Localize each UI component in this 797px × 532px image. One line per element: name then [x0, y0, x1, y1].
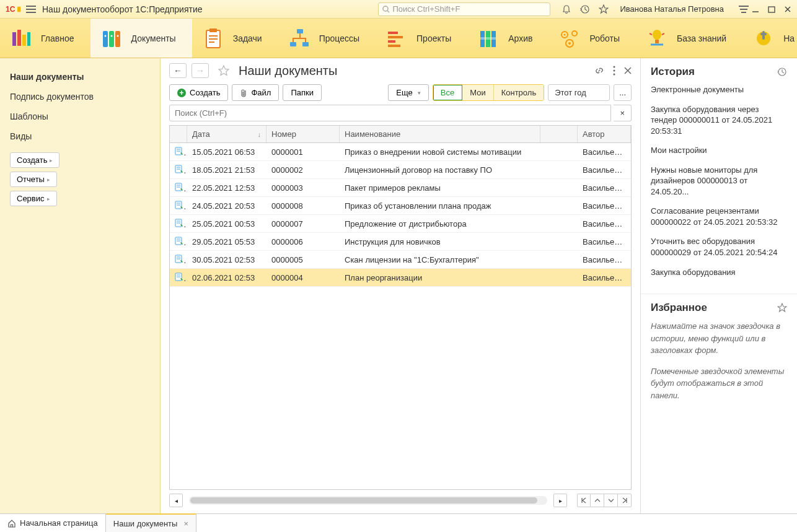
- cell-author: Васильев А: [578, 183, 631, 193]
- tab-current[interactable]: Наши документы ×: [106, 513, 196, 532]
- table-row[interactable]: 24.05.2021 20:530000008Приказ об установ…: [170, 197, 631, 215]
- history-item[interactable]: Электронные документы: [651, 84, 787, 95]
- period-dialog-button[interactable]: ...: [614, 84, 632, 101]
- history-item[interactable]: Закупка оборудования через тендер 000000…: [651, 104, 787, 137]
- tab-close-icon[interactable]: ×: [183, 519, 188, 528]
- tab-home-label: Начальная страница: [20, 518, 98, 528]
- settings-lines-icon[interactable]: [739, 5, 749, 14]
- history-item[interactable]: Согласование рецензентами 000000022 от 2…: [651, 206, 787, 227]
- favorite-star-icon[interactable]: [218, 64, 230, 77]
- scroll-left-button[interactable]: ◂: [169, 494, 183, 507]
- search-clear-button[interactable]: ×: [614, 105, 632, 121]
- ribbon-tab[interactable]: Задачи: [192, 19, 278, 58]
- ribbon-tab[interactable]: Документы: [90, 19, 192, 58]
- ribbon-tab[interactable]: Архив: [467, 19, 548, 58]
- filter-all-button[interactable]: Все: [433, 85, 462, 100]
- history-clock-icon[interactable]: [777, 67, 787, 77]
- history-icon[interactable]: [580, 4, 590, 14]
- sidebar-create-button[interactable]: Создать: [10, 152, 59, 168]
- global-search-input[interactable]: Поиск Ctrl+Shift+F: [378, 2, 550, 16]
- table-row[interactable]: 22.05.2021 12:530000003Пакет примеров ре…: [170, 179, 631, 197]
- table-header: Дата Номер Наименование Автор: [170, 126, 631, 143]
- user-name[interactable]: Иванова Наталья Петровна: [620, 4, 724, 14]
- sidebar-nav-item[interactable]: Наши документы: [10, 67, 150, 87]
- table-row[interactable]: 30.05.2021 02:530000005Скан лицензии на …: [170, 251, 631, 269]
- ribbon-tab-label: На: [783, 33, 795, 43]
- table-row[interactable]: 18.05.2021 21:530000002Лицензионный дого…: [170, 161, 631, 179]
- sidebar-reports-button[interactable]: Отчеты: [10, 172, 57, 187]
- window-close-icon[interactable]: [783, 5, 792, 14]
- history-item[interactable]: Мои настройки: [651, 145, 787, 156]
- svg-point-5: [383, 6, 388, 11]
- column-author[interactable]: Автор: [578, 126, 631, 142]
- history-item[interactable]: Нужны новые мониторы для дизайнеров 0000…: [651, 165, 787, 198]
- history-panel: История Электронные документыЗакупка обо…: [641, 58, 797, 294]
- cell-name: Пакет примеров рекламы: [340, 183, 540, 193]
- cell-number: 0000001: [266, 147, 340, 157]
- window-maximize-icon[interactable]: [767, 5, 776, 14]
- svg-point-42: [564, 33, 566, 35]
- ribbon-tab[interactable]: Процессы: [278, 19, 376, 58]
- sidebar-service-button[interactable]: Сервис: [10, 191, 57, 206]
- create-button[interactable]: +Создать: [169, 84, 228, 101]
- period-selector[interactable]: Этот год: [548, 84, 610, 101]
- horizontal-scrollbar[interactable]: [189, 496, 547, 505]
- sidebar-nav-item[interactable]: Подпись документов: [10, 87, 150, 107]
- folders-button[interactable]: Папки: [283, 84, 322, 101]
- svg-rect-32: [302, 42, 309, 46]
- table-row[interactable]: 25.05.2021 00:530000007Предложение от ди…: [170, 215, 631, 233]
- favorites-star-icon[interactable]: [777, 303, 787, 313]
- ribbon-tab[interactable]: Роботы: [548, 19, 635, 58]
- ribbon-tab[interactable]: Проекты: [376, 19, 467, 58]
- star-icon[interactable]: [599, 4, 609, 14]
- local-search-input[interactable]: [169, 105, 611, 121]
- filter-segment: Все Мои Контроль: [433, 84, 544, 101]
- table-down-button[interactable]: [604, 494, 618, 507]
- svg-rect-47: [655, 40, 659, 43]
- table-row[interactable]: 02.06.2021 02:530000004План реорганизаци…: [170, 269, 631, 287]
- cell-name: Приказ о внедрении новой системы мотивац…: [340, 147, 540, 157]
- table-row[interactable]: 15.05.2021 06:530000001Приказ о внедрени…: [170, 143, 631, 161]
- column-name[interactable]: Наименование: [340, 126, 540, 142]
- global-search-placeholder: Поиск Ctrl+Shift+F: [392, 4, 460, 14]
- table-up-button[interactable]: [591, 494, 604, 507]
- column-number[interactable]: Номер: [266, 126, 340, 142]
- more-button[interactable]: Еще▾: [388, 84, 428, 101]
- table-row[interactable]: 29.05.2021 05:530000006Инструкция для но…: [170, 233, 631, 251]
- svg-rect-40: [480, 37, 496, 40]
- window-minimize-icon[interactable]: [751, 5, 760, 14]
- link-icon[interactable]: [594, 66, 604, 76]
- more-vertical-icon[interactable]: [613, 66, 615, 76]
- column-icon[interactable]: [170, 126, 187, 142]
- nav-forward-button[interactable]: →: [192, 63, 209, 78]
- nav-back-button[interactable]: ←: [169, 63, 187, 78]
- document-icon: [175, 183, 183, 191]
- document-icon: [175, 201, 183, 209]
- svg-rect-21: [115, 31, 120, 47]
- close-panel-icon[interactable]: [624, 67, 632, 74]
- sidebar-nav-item[interactable]: Виды: [10, 126, 150, 146]
- tab-home[interactable]: Начальная страница: [0, 514, 106, 532]
- sidebar-nav-item[interactable]: Шаблоны: [10, 107, 150, 126]
- cell-date: 15.05.2021 06:53: [187, 147, 266, 157]
- file-button[interactable]: Файл: [232, 84, 279, 101]
- filter-control-button[interactable]: Контроль: [494, 85, 544, 100]
- svg-rect-26: [209, 28, 217, 32]
- toolbar: +Создать Файл Папки Еще▾ Все Мои Контрол…: [161, 81, 640, 105]
- column-date[interactable]: Дата: [187, 126, 266, 142]
- sidebar-left: Наши документыПодпись документовШаблоныВ…: [0, 58, 161, 513]
- ribbon-tab[interactable]: Главное: [0, 19, 90, 58]
- history-item[interactable]: Уточнить вес оборудования 000000029 от 2…: [651, 236, 787, 258]
- cell-name: План реорганизации: [340, 273, 540, 282]
- table-last-button[interactable]: [618, 494, 632, 507]
- ribbon-tab[interactable]: На: [742, 19, 797, 58]
- bell-icon[interactable]: [561, 4, 571, 14]
- paperclip-icon: [240, 89, 247, 97]
- ribbon-tab[interactable]: База знаний: [636, 19, 742, 58]
- filter-mine-button[interactable]: Мои: [462, 85, 493, 100]
- scroll-right-button[interactable]: ▸: [553, 494, 567, 507]
- history-item[interactable]: Закупка оборудования: [651, 267, 787, 278]
- table-first-button[interactable]: [577, 494, 591, 507]
- menu-burger-icon[interactable]: [26, 5, 36, 14]
- column-spacer[interactable]: [540, 126, 578, 142]
